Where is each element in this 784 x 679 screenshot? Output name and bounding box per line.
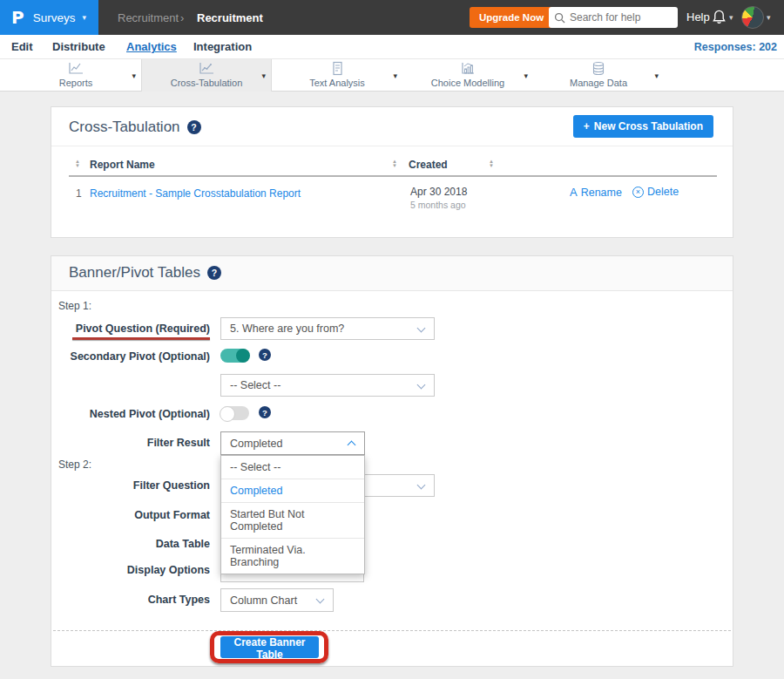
tab-analytics[interactable]: Analytics bbox=[126, 40, 177, 53]
delete-icon: × bbox=[632, 187, 644, 198]
database-icon bbox=[533, 61, 664, 76]
product-name: Surveys bbox=[33, 11, 76, 24]
pivot-question-select[interactable]: 5. Where are you from? bbox=[220, 317, 435, 340]
bell-icon bbox=[712, 9, 727, 25]
chevron-down-icon bbox=[316, 595, 325, 604]
cross-tabulation-title: Cross-Tabulation bbox=[69, 119, 180, 136]
choice-modelling-icon bbox=[402, 61, 533, 76]
secondary-pivot-toggle[interactable] bbox=[220, 349, 249, 363]
chevron-down-icon bbox=[417, 381, 426, 390]
chevron-down-icon bbox=[417, 324, 426, 333]
breadcrumb-separator-icon: › bbox=[180, 11, 184, 24]
created-date: Apr 30 2018 bbox=[410, 186, 467, 198]
help-search bbox=[549, 7, 678, 28]
created-ago: 5 months ago bbox=[410, 200, 466, 210]
chevron-down-icon: ▾ bbox=[82, 13, 86, 22]
plus-icon: + bbox=[584, 120, 590, 132]
nested-pivot-label: Nested Pivot (Optional) bbox=[51, 408, 210, 420]
chart-types-select[interactable]: Column Chart bbox=[220, 588, 334, 612]
chart-types-label: Chart Types bbox=[51, 594, 210, 606]
search-icon bbox=[554, 12, 565, 24]
dropdown-option-completed[interactable]: Completed bbox=[221, 479, 364, 502]
help-link[interactable]: Help bbox=[686, 10, 710, 24]
responses-count[interactable]: Responses: 202 bbox=[694, 41, 777, 53]
secondary-pivot-select[interactable]: -- Select -- bbox=[220, 374, 435, 397]
chevron-down-icon: ▾ bbox=[729, 13, 733, 22]
dropdown-option-select[interactable]: -- Select -- bbox=[221, 456, 364, 479]
chevron-down-icon: ▾ bbox=[132, 71, 136, 80]
upgrade-now-button[interactable]: Upgrade Now bbox=[470, 7, 553, 28]
delete-button[interactable]: × Delete bbox=[632, 186, 679, 198]
tab-distribute[interactable]: Distribute bbox=[52, 40, 105, 53]
help-icon[interactable]: ? bbox=[259, 349, 271, 361]
panel-header: Banner/Pivot Tables ? bbox=[51, 256, 733, 291]
output-format-label: Output Format bbox=[51, 509, 210, 521]
rename-button[interactable]: A Rename bbox=[570, 186, 622, 199]
display-options-label: Display Options bbox=[51, 564, 210, 576]
toolbar-item-reports[interactable]: Reports ▾ bbox=[10, 59, 141, 92]
text-analysis-icon bbox=[272, 61, 402, 76]
sort-icon[interactable]: ▲▼ bbox=[489, 160, 494, 168]
column-header-created[interactable]: Created bbox=[409, 159, 448, 171]
pivot-question-label: Pivot Question (Required) bbox=[51, 323, 210, 335]
create-banner-table-button[interactable]: Create Banner Table bbox=[220, 636, 319, 658]
chevron-down-icon bbox=[417, 481, 426, 490]
tab-integration[interactable]: Integration bbox=[193, 40, 252, 53]
analytics-toolbar: Reports ▾ Cross-Tabulation ▾ Text Analys… bbox=[0, 59, 784, 92]
chevron-down-icon: ▾ bbox=[654, 71, 659, 80]
data-table-label: Data Table bbox=[51, 538, 210, 550]
dropdown-option-terminated-branching[interactable]: Terminated Via. Branching bbox=[221, 538, 364, 574]
filter-question-label: Filter Question bbox=[51, 479, 210, 492]
toolbar-item-choice-modelling[interactable]: Choice Modelling ▾ bbox=[402, 59, 533, 92]
chevron-down-icon: ▾ bbox=[767, 13, 771, 22]
help-icon[interactable]: ? bbox=[207, 266, 221, 280]
toolbar-item-text-analysis[interactable]: Text Analysis ▾ bbox=[272, 59, 402, 92]
main-tabs: Edit Distribute Analytics Integration Re… bbox=[0, 35, 784, 59]
filter-result-dropdown-menu: -- Select -- Completed Started But Not C… bbox=[220, 455, 365, 574]
banner-pivot-panel: Banner/Pivot Tables ? Step 1: Pivot Ques… bbox=[51, 255, 733, 667]
toolbar-item-manage-data[interactable]: Manage Data ▾ bbox=[533, 59, 664, 92]
chevron-down-icon: ▾ bbox=[261, 71, 266, 80]
cross-tabulation-panel: Cross-Tabulation ? +New Cross Tabulation… bbox=[51, 106, 733, 238]
crosstab-chart-icon bbox=[142, 61, 271, 76]
chevron-down-icon: ▾ bbox=[524, 71, 528, 80]
sort-icon[interactable]: ▲▼ bbox=[75, 160, 80, 168]
filter-result-select[interactable]: Completed bbox=[220, 431, 365, 455]
dropdown-option-started-not-completed[interactable]: Started But Not Completed bbox=[221, 502, 364, 538]
avatar bbox=[741, 6, 764, 29]
step2-label: Step 2: bbox=[58, 458, 91, 471]
table-header-divider bbox=[69, 175, 717, 177]
chevron-up-icon bbox=[348, 441, 356, 450]
filter-result-label: Filter Result bbox=[51, 437, 210, 449]
step1-label: Step 1: bbox=[58, 300, 91, 312]
banner-pivot-title: Banner/Pivot Tables bbox=[69, 264, 200, 282]
surveys-menu[interactable]: P Surveys ▾ bbox=[0, 0, 98, 35]
questionpro-logo: P bbox=[11, 7, 24, 28]
column-header-report-name[interactable]: Report Name bbox=[90, 159, 155, 171]
search-input[interactable] bbox=[570, 11, 672, 24]
help-icon[interactable]: ? bbox=[259, 406, 271, 418]
notifications-menu[interactable]: ▾ bbox=[712, 9, 733, 25]
account-menu[interactable]: ▾ bbox=[741, 6, 771, 29]
row-index: 1 bbox=[76, 187, 82, 200]
breadcrumb-parent[interactable]: Recruitment bbox=[118, 11, 179, 24]
line-chart-icon bbox=[10, 61, 141, 76]
help-icon[interactable]: ? bbox=[187, 120, 201, 134]
nested-pivot-toggle[interactable] bbox=[220, 406, 249, 420]
sort-icon[interactable]: ▲▼ bbox=[392, 160, 397, 168]
dashed-divider bbox=[53, 630, 731, 631]
divider bbox=[51, 146, 733, 146]
breadcrumb-current: Recruitment bbox=[197, 11, 263, 24]
new-cross-tabulation-button[interactable]: +New Cross Tabulation bbox=[573, 115, 713, 138]
top-bar: P Surveys ▾ Recruitment › Recruitment Up… bbox=[0, 0, 784, 35]
report-link[interactable]: Recruitment - Sample Crosstabulation Rep… bbox=[90, 187, 301, 200]
secondary-pivot-label: Secondary Pivot (Optional) bbox=[51, 350, 210, 363]
chevron-down-icon: ▾ bbox=[393, 71, 397, 80]
tab-edit[interactable]: Edit bbox=[11, 40, 33, 53]
toolbar-item-cross-tabulation[interactable]: Cross-Tabulation ▾ bbox=[141, 59, 272, 92]
rename-icon: A bbox=[570, 186, 578, 199]
red-underline-annotation bbox=[72, 337, 210, 340]
